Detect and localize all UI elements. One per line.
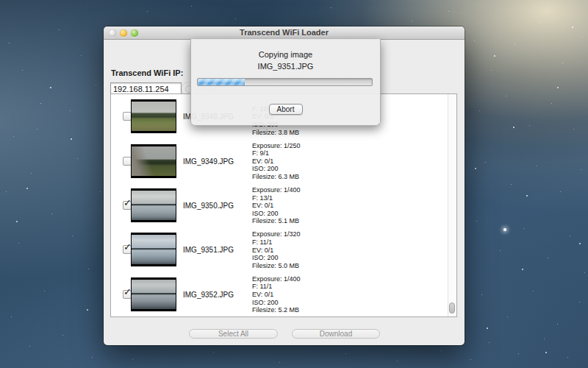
window-title: Transcend WiFi Loader xyxy=(104,28,465,37)
copy-progress-sheet: Copying image IMG_9351.JPG Abort xyxy=(190,39,381,126)
thumbnail-photo xyxy=(132,146,176,176)
list-item[interactable]: ✓ IMG_9351.JPG Exposure: 1/320 F: 11/1 E… xyxy=(111,227,456,272)
thumbnail-photo xyxy=(132,191,176,220)
select-all-button[interactable]: Select All xyxy=(189,329,278,339)
image-rows: ✓ IMG_9348.JPG F: 10/1 EV: 0/1 ISO: 200 … xyxy=(111,94,456,316)
thumbnail-photo xyxy=(132,235,176,264)
abort-button[interactable]: Abort xyxy=(269,104,303,115)
image-exif: Exposure: 1/320 F: 11/1 EV: 0/1 ISO: 200… xyxy=(252,230,301,269)
progress-bar xyxy=(197,78,373,86)
image-thumbnail xyxy=(131,99,176,133)
stars-bright-layer xyxy=(0,0,1,1)
image-thumbnail xyxy=(131,277,176,311)
image-filename: IMG_9352.JPG xyxy=(183,290,234,298)
scrollbar-thumb[interactable] xyxy=(449,302,455,314)
list-item[interactable]: ✓ IMG_9350.JPG Exposure: 1/400 F: 13/1 E… xyxy=(111,183,456,227)
list-item[interactable]: ✓ IMG_9349.JPG Exposure: 1/250 F: 9/1 EV… xyxy=(111,138,456,183)
thumbnail-photo xyxy=(132,280,176,309)
image-filename: IMG_9351.JPG xyxy=(183,246,234,254)
image-filename: IMG_9349.JPG xyxy=(183,157,234,165)
image-exif: Exposure: 1/400 F: 11/1 EV: 0/1 ISO: 200… xyxy=(252,275,301,314)
image-exif: Exposure: 1/400 F: 13/1 EV: 0/1 ISO: 200… xyxy=(252,185,301,224)
image-exif: Exposure: 1/250 F: 9/1 EV: 0/1 ISO: 200 … xyxy=(252,141,301,180)
sheet-title: Copying image xyxy=(191,50,380,59)
bright-star xyxy=(503,228,506,231)
image-list[interactable]: ✓ IMG_9348.JPG F: 10/1 EV: 0/1 ISO: 200 … xyxy=(110,93,457,317)
image-thumbnail xyxy=(131,144,176,178)
list-item[interactable]: ✓ IMG_9352.JPG Exposure: 1/400 F: 11/1 E… xyxy=(111,272,456,316)
app-window: Transcend WiFi Loader Transcend WiFi IP:… xyxy=(104,26,465,345)
image-thumbnail xyxy=(131,188,176,222)
progress-bar-fill xyxy=(198,79,245,85)
ip-label: Transcend WiFi IP: xyxy=(111,68,183,77)
image-thumbnail xyxy=(131,233,176,266)
title-bar[interactable]: Transcend WiFi Loader xyxy=(104,26,465,40)
image-filename: IMG_9350.JPG xyxy=(183,201,234,209)
thumbnail-photo xyxy=(132,102,176,131)
scrollbar-track[interactable] xyxy=(448,94,456,316)
download-button[interactable]: Download xyxy=(292,329,380,339)
sheet-filename: IMG_9351.JPG xyxy=(191,62,380,71)
